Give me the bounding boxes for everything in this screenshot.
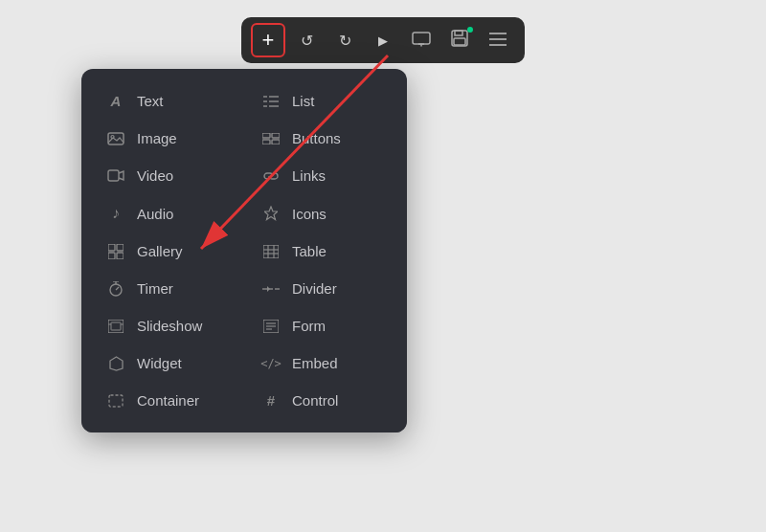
menu-label-text: Text xyxy=(137,93,164,109)
device-icon xyxy=(412,32,431,50)
video-icon xyxy=(106,169,125,182)
svg-line-33 xyxy=(116,287,119,290)
svg-rect-5 xyxy=(454,38,465,45)
menu-label-control: Control xyxy=(292,392,338,409)
divider-icon xyxy=(261,285,281,293)
list-icon xyxy=(261,95,281,108)
menu-item-control[interactable]: # Control xyxy=(244,382,399,419)
slideshow-icon xyxy=(106,320,125,333)
menu-item-widget[interactable]: Widget xyxy=(89,344,244,382)
menu-item-text[interactable]: A Text xyxy=(89,82,244,120)
gallery-icon xyxy=(106,244,125,259)
menu-item-timer[interactable]: Timer xyxy=(89,270,244,307)
menu-item-buttons[interactable]: Buttons xyxy=(244,120,399,157)
menu-item-video[interactable]: Video xyxy=(89,157,244,194)
menu-label-slideshow: Slideshow xyxy=(137,318,202,334)
menu-label-divider: Divider xyxy=(292,280,337,297)
notification-dot xyxy=(467,27,473,33)
embed-icon: </> xyxy=(261,357,281,370)
svg-rect-18 xyxy=(272,133,280,138)
menu-item-gallery[interactable]: Gallery xyxy=(89,233,244,270)
menu-item-embed[interactable]: </> Embed xyxy=(244,344,399,382)
menu-item-form[interactable]: Form xyxy=(244,307,399,344)
form-icon xyxy=(261,320,281,333)
timer-icon xyxy=(106,281,125,297)
menu-label-widget: Widget xyxy=(137,355,182,371)
svg-marker-38 xyxy=(267,286,270,292)
undo-button[interactable]: ↺ xyxy=(289,23,324,57)
svg-rect-4 xyxy=(455,31,462,35)
svg-rect-0 xyxy=(413,33,430,44)
menu-label-buttons: Buttons xyxy=(292,130,341,146)
redo-button[interactable]: ↻ xyxy=(327,23,362,57)
menu-label-timer: Timer xyxy=(137,280,173,297)
menu-item-table[interactable]: Table xyxy=(244,233,399,270)
save-button[interactable] xyxy=(442,23,477,57)
svg-rect-25 xyxy=(117,253,124,259)
undo-icon: ↺ xyxy=(301,32,313,50)
svg-rect-17 xyxy=(262,133,270,138)
play-icon: ▶ xyxy=(378,33,388,48)
control-icon: # xyxy=(261,392,281,409)
menu-item-audio[interactable]: ♪ Audio xyxy=(89,194,244,233)
menu-item-container[interactable]: Container xyxy=(89,382,244,419)
menu-label-video: Video xyxy=(137,167,173,184)
device-preview-button[interactable] xyxy=(404,23,439,57)
audio-icon: ♪ xyxy=(106,205,125,222)
menu-label-embed: Embed xyxy=(292,355,338,371)
menu-label-form: Form xyxy=(292,318,326,334)
svg-rect-20 xyxy=(272,140,280,144)
menu-item-icons[interactable]: Icons xyxy=(244,194,399,233)
menu-item-slideshow[interactable]: Slideshow xyxy=(89,307,244,344)
svg-rect-21 xyxy=(108,170,119,181)
svg-rect-19 xyxy=(262,140,270,144)
menu-label-gallery: Gallery xyxy=(137,243,183,259)
svg-rect-26 xyxy=(263,245,279,258)
icons-icon xyxy=(261,206,281,221)
save-icon xyxy=(451,30,468,52)
svg-rect-23 xyxy=(117,244,124,251)
container-icon xyxy=(106,394,125,408)
plus-icon: + xyxy=(262,28,275,53)
svg-rect-39 xyxy=(108,320,124,333)
menu-button[interactable] xyxy=(481,23,515,57)
play-button[interactable]: ▶ xyxy=(366,23,400,57)
widget-icon xyxy=(106,356,125,371)
menu-item-image[interactable]: Image xyxy=(89,120,244,157)
menu-item-links[interactable]: Links xyxy=(244,157,399,194)
links-icon xyxy=(261,170,281,182)
add-button[interactable]: + xyxy=(251,23,285,57)
main-toolbar: + ↺ ↻ ▶ xyxy=(241,17,525,63)
svg-rect-40 xyxy=(111,322,121,330)
redo-icon: ↻ xyxy=(339,32,351,50)
svg-rect-47 xyxy=(109,395,123,407)
add-element-dropdown: A Text List xyxy=(81,69,407,432)
image-icon xyxy=(106,132,125,145)
menu-label-links: Links xyxy=(292,167,326,184)
menu-label-list: List xyxy=(292,93,314,109)
svg-rect-22 xyxy=(108,244,115,251)
menu-label-table: Table xyxy=(292,243,327,259)
menu-label-audio: Audio xyxy=(137,206,173,222)
menu-label-container: Container xyxy=(137,392,199,409)
buttons-icon xyxy=(261,133,281,144)
menu-grid: A Text List xyxy=(89,82,399,419)
menu-label-image: Image xyxy=(137,130,177,146)
menu-item-list[interactable]: List xyxy=(244,82,399,120)
hamburger-icon xyxy=(489,31,507,51)
text-icon: A xyxy=(106,93,125,109)
table-icon xyxy=(261,245,281,258)
svg-rect-24 xyxy=(108,253,115,259)
svg-rect-15 xyxy=(108,133,124,144)
menu-item-divider[interactable]: Divider xyxy=(244,270,399,307)
menu-label-icons: Icons xyxy=(292,206,327,222)
